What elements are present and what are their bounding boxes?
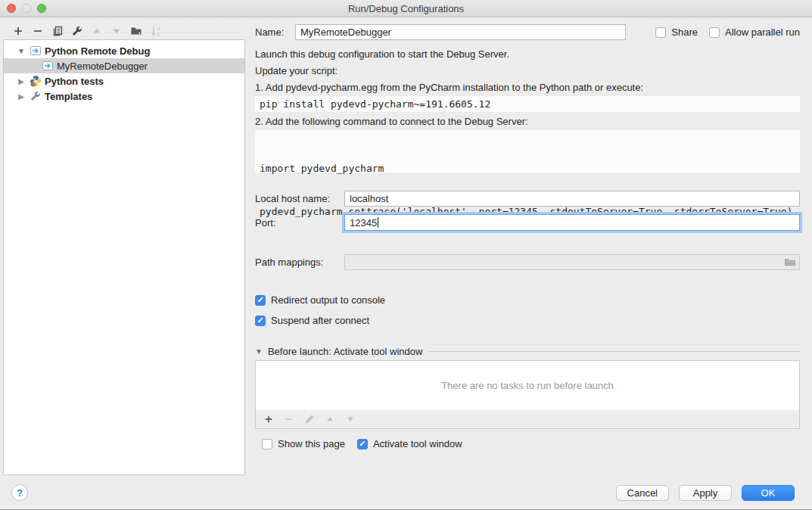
- tree-item-label: Templates: [45, 90, 92, 102]
- before-launch-title: Before launch: Activate tool window: [268, 346, 423, 357]
- local-host-row: Local host name:: [255, 191, 800, 207]
- move-up-icon: [324, 413, 336, 425]
- pip-command-code: pip install pydevd-pycharm~=191.6605.12: [255, 96, 800, 112]
- intro-text: Launch this debug configuration to start…: [255, 48, 509, 60]
- move-down-icon: [344, 413, 356, 425]
- sort-alphabetically-icon: az: [150, 25, 162, 37]
- redirect-output-label: Redirect output to console: [271, 294, 385, 306]
- port-value: 12345: [350, 217, 377, 229]
- browse-folder-icon[interactable]: [784, 256, 796, 268]
- activate-tool-window-checkbox[interactable]: [357, 439, 368, 449]
- tree-item-label: MyRemoteDebugger: [57, 60, 148, 72]
- name-row: Name: Share Allow parallel run: [255, 24, 800, 40]
- tree-item-label: Python Remote Debug: [45, 45, 150, 57]
- redirect-output-checkbox[interactable]: [255, 295, 266, 306]
- settrace-code-block: import pydevd_pycharm pydevd_pycharm.set…: [255, 130, 800, 173]
- local-host-input[interactable]: [344, 191, 800, 207]
- configuration-editor: Name: Share Allow parallel run Launch th…: [255, 23, 800, 469]
- path-mappings-row: Path mappings:: [255, 254, 800, 270]
- ok-button[interactable]: OK: [742, 485, 795, 501]
- tree-item-templates[interactable]: Templates: [4, 89, 244, 104]
- move-down-icon: [110, 25, 123, 37]
- show-this-page-label: Show this page: [278, 438, 345, 449]
- remote-debug-icon: [42, 60, 54, 72]
- cancel-button[interactable]: Cancel: [616, 485, 669, 501]
- configurations-tree: Python Remote Debug MyRemoteDebugger Pyt…: [3, 39, 245, 475]
- remote-debug-icon: [30, 45, 42, 57]
- svg-text:z: z: [157, 31, 160, 36]
- activate-tool-window-label: Activate tool window: [373, 438, 462, 449]
- before-launch-header[interactable]: Before launch: Activate tool window: [255, 346, 800, 357]
- close-button[interactable]: [7, 4, 16, 13]
- share-checkbox[interactable]: [655, 27, 666, 38]
- before-launch-task-list[interactable]: There are no tasks to run before launch: [255, 360, 800, 411]
- suspend-after-connect-label: Suspend after connect: [271, 315, 369, 326]
- window-title: Run/Debug Configurations: [348, 3, 464, 14]
- expander-icon[interactable]: [16, 92, 26, 101]
- remove-icon: [283, 413, 295, 425]
- move-up-icon: [91, 25, 103, 37]
- update-script-text: Update your script:: [255, 65, 338, 76]
- dialog-buttons: Cancel Apply OK: [616, 485, 795, 501]
- configurations-toolbar: az: [12, 23, 162, 39]
- local-host-label: Local host name:: [255, 193, 344, 204]
- python-icon: [30, 75, 42, 87]
- text-caret: [378, 217, 378, 228]
- copy-icon[interactable]: [51, 25, 64, 37]
- suspend-after-connect-checkbox[interactable]: [255, 316, 266, 326]
- allow-parallel-run-label: Allow parallel run: [725, 26, 800, 38]
- help-icon: ?: [17, 487, 23, 499]
- path-mappings-input[interactable]: [344, 254, 800, 270]
- titlebar: Run/Debug Configurations: [0, 0, 812, 17]
- step2-text: 2. Add the following command to connect …: [255, 116, 528, 127]
- step1-text: 1. Add pydevd-pycharm.egg from the PyCha…: [255, 82, 643, 93]
- empty-tasks-message: There are no tasks to run before launch: [441, 380, 614, 391]
- port-label: Port:: [255, 217, 344, 229]
- path-mappings-field-wrap: [344, 254, 800, 270]
- run-debug-configurations-dialog: { "window": { "title": "Run/Debug Config…: [0, 0, 812, 510]
- name-label: Name:: [255, 26, 295, 38]
- name-input[interactable]: [295, 24, 626, 40]
- tree-item-python-remote-debug[interactable]: Python Remote Debug: [4, 43, 244, 58]
- help-button[interactable]: ?: [11, 484, 28, 501]
- edit-pencil-icon: [303, 413, 316, 425]
- svg-text:a: a: [157, 26, 160, 31]
- port-row: Port: 12345: [255, 214, 800, 231]
- add-icon[interactable]: [263, 413, 275, 425]
- expander-icon[interactable]: [16, 77, 26, 86]
- redirect-output-row: Redirect output to console: [255, 294, 385, 306]
- tasks-toolbar: [255, 410, 800, 429]
- path-mappings-label: Path mappings:: [255, 257, 344, 268]
- show-this-page-checkbox[interactable]: [262, 439, 272, 449]
- zoom-button[interactable]: [37, 4, 46, 13]
- share-label: Share: [671, 26, 698, 38]
- allow-parallel-run-checkbox[interactable]: [709, 27, 720, 38]
- expander-icon[interactable]: [16, 47, 26, 55]
- suspend-after-connect-row: Suspend after connect: [255, 315, 369, 326]
- minimize-button: [22, 4, 31, 13]
- edit-defaults-wrench-icon[interactable]: [71, 25, 83, 37]
- tree-item-label: Python tests: [45, 75, 104, 87]
- tree-item-python-tests[interactable]: Python tests: [4, 73, 244, 89]
- apply-button[interactable]: Apply: [679, 485, 732, 501]
- page-options-row: Show this page Activate tool window: [255, 438, 462, 449]
- remove-icon[interactable]: [32, 25, 44, 37]
- add-icon[interactable]: [12, 25, 24, 37]
- wrench-icon: [30, 90, 42, 102]
- code-line: import pydevd_pycharm: [260, 161, 795, 176]
- new-folder-icon[interactable]: [130, 25, 142, 37]
- tree-item-myremotedebugger[interactable]: MyRemoteDebugger: [4, 58, 244, 73]
- section-divider: [428, 351, 800, 352]
- port-input[interactable]: 12345: [344, 214, 800, 231]
